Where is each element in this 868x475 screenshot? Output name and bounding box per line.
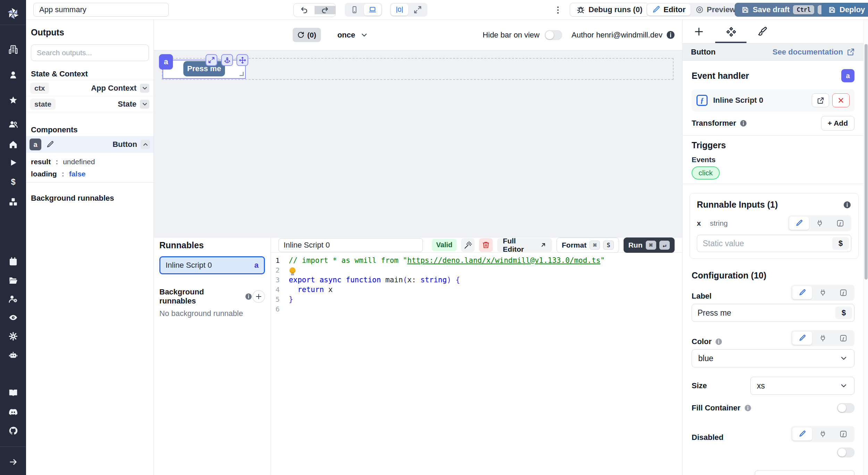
schedule-select[interactable]: once <box>337 31 368 40</box>
book-open-icon[interactable] <box>8 388 18 397</box>
move-component-button[interactable] <box>236 54 248 66</box>
connect-kind-button[interactable] <box>813 286 833 299</box>
info-icon[interactable] <box>744 404 752 412</box>
output-row-ctx[interactable]: ctx App Context <box>26 80 153 96</box>
rename-pencil-icon[interactable] <box>46 141 54 149</box>
ctx-expand-button[interactable] <box>140 84 149 93</box>
eye-icon[interactable] <box>8 313 18 322</box>
folder-open-icon[interactable] <box>8 276 18 285</box>
run-button[interactable]: Run ⌘ ↵ <box>624 238 675 253</box>
code-lines[interactable]: 1// import * as wmill from "https://deno… <box>271 253 682 475</box>
search-outputs-input[interactable] <box>31 44 149 61</box>
robot-icon[interactable] <box>8 350 18 360</box>
remove-script-button[interactable] <box>832 93 850 107</box>
github-icon[interactable] <box>8 426 18 435</box>
tab-editor[interactable]: Editor <box>647 4 691 16</box>
code-line[interactable]: 2 <box>271 265 682 275</box>
open-script-button[interactable] <box>812 93 829 107</box>
static-kind-button[interactable] <box>792 427 812 441</box>
compute-kind-button[interactable] <box>830 217 850 230</box>
star-icon[interactable] <box>8 95 18 105</box>
compute-kind-button[interactable] <box>833 332 853 345</box>
static-kind-button[interactable] <box>792 332 812 345</box>
insert-component-tab-icon[interactable] <box>694 26 704 37</box>
color-select[interactable]: blue <box>692 349 854 367</box>
play-icon[interactable] <box>8 158 18 167</box>
lightbulb-hint-icon[interactable] <box>290 267 295 273</box>
state-expand-button[interactable] <box>140 100 149 109</box>
connect-kind-button[interactable] <box>813 332 833 345</box>
full-width-button[interactable] <box>409 4 426 16</box>
static-kind-button[interactable] <box>789 217 809 230</box>
deploy-button[interactable]: Deploy <box>821 3 868 17</box>
app-summary-input[interactable] <box>33 3 169 17</box>
code-line[interactable]: 1// import * as wmill from "https://deno… <box>271 256 682 265</box>
add-background-runnable-button[interactable] <box>252 290 265 303</box>
mobile-view-button[interactable] <box>346 4 363 16</box>
expand-sidebar-arrow-icon[interactable] <box>8 457 18 467</box>
settings-gear-icon[interactable] <box>8 332 18 341</box>
desktop-view-button[interactable] <box>364 4 381 16</box>
label-value-input[interactable]: Press me $ <box>692 304 854 322</box>
debug-runs-button[interactable]: Debug runs (0) <box>570 3 649 17</box>
press-me-button[interactable]: Press me <box>183 61 225 76</box>
compute-kind-button[interactable] <box>833 427 853 441</box>
info-icon[interactable] <box>740 119 747 127</box>
styling-tab-icon[interactable] <box>757 26 767 37</box>
connect-kind-button[interactable] <box>810 217 829 230</box>
format-button[interactable]: Format ⌘ S <box>557 238 619 253</box>
user-cog-icon[interactable] <box>8 294 18 303</box>
before-icon-select[interactable] <box>755 470 854 475</box>
fill-container-toggle[interactable] <box>837 403 854 413</box>
user-icon[interactable] <box>8 70 18 80</box>
app-canvas[interactable]: a Press me <box>154 50 682 237</box>
boxes-icon[interactable] <box>8 197 18 207</box>
discord-icon[interactable] <box>8 407 18 417</box>
compute-kind-button[interactable] <box>833 286 853 299</box>
anchor-component-button[interactable] <box>221 54 233 66</box>
home-icon[interactable] <box>8 140 18 149</box>
windmill-logo-icon[interactable] <box>6 6 20 20</box>
dollar-icon[interactable] <box>8 177 18 187</box>
disabled-toggle[interactable] <box>837 448 854 457</box>
loading-prop[interactable]: loading : false <box>26 170 153 178</box>
code-line[interactable]: 6 <box>271 304 682 314</box>
code-line[interactable]: 5} <box>271 294 682 304</box>
code-line[interactable]: 3export async function main(x: string) { <box>271 275 682 285</box>
kebab-menu-icon[interactable] <box>553 5 563 15</box>
event-handler-script-card[interactable]: ƒ Inline Script 0 <box>692 89 854 111</box>
building-icon[interactable] <box>8 45 18 54</box>
size-select[interactable]: xs <box>750 377 854 395</box>
center-content-button[interactable] <box>391 4 408 16</box>
output-row-state[interactable]: state State <box>26 96 153 112</box>
tab-preview[interactable]: Preview <box>691 4 741 16</box>
connect-kind-button[interactable] <box>813 427 833 441</box>
save-draft-button[interactable]: Save draft Ctrl S <box>735 3 835 17</box>
info-icon[interactable] <box>843 201 851 209</box>
info-icon[interactable] <box>715 338 723 345</box>
see-documentation-link[interactable]: See documentation <box>773 48 855 57</box>
refresh-count-button[interactable]: (0) <box>293 28 321 42</box>
full-editor-button[interactable]: Full Editor <box>497 238 552 252</box>
template-toggle-button[interactable]: $ <box>835 307 852 319</box>
info-icon[interactable] <box>245 293 252 300</box>
component-settings-tab-icon[interactable] <box>726 26 736 37</box>
code-line[interactable]: 4 return x <box>271 285 682 294</box>
template-toggle-button[interactable]: $ <box>832 237 849 250</box>
right-panel-scrollbar[interactable] <box>863 20 868 475</box>
users-icon[interactable] <box>8 119 18 129</box>
static-kind-button[interactable] <box>792 286 812 299</box>
expand-component-button[interactable] <box>206 54 217 66</box>
delete-script-button[interactable] <box>479 238 493 252</box>
static-value-input[interactable]: Static value $ <box>697 235 851 252</box>
scrollbar-thumb[interactable] <box>865 44 868 280</box>
undo-button[interactable] <box>294 6 315 14</box>
calendar-icon[interactable] <box>8 257 18 266</box>
hide-bar-toggle[interactable] <box>545 30 562 40</box>
script-name-input[interactable] <box>278 238 423 252</box>
component-collapse-button[interactable] <box>141 140 150 149</box>
redo-button[interactable] <box>315 6 335 14</box>
result-prop[interactable]: result : undefined <box>26 158 153 166</box>
add-transformer-button[interactable]: + Add <box>821 116 854 131</box>
ai-wand-button[interactable] <box>461 238 475 252</box>
